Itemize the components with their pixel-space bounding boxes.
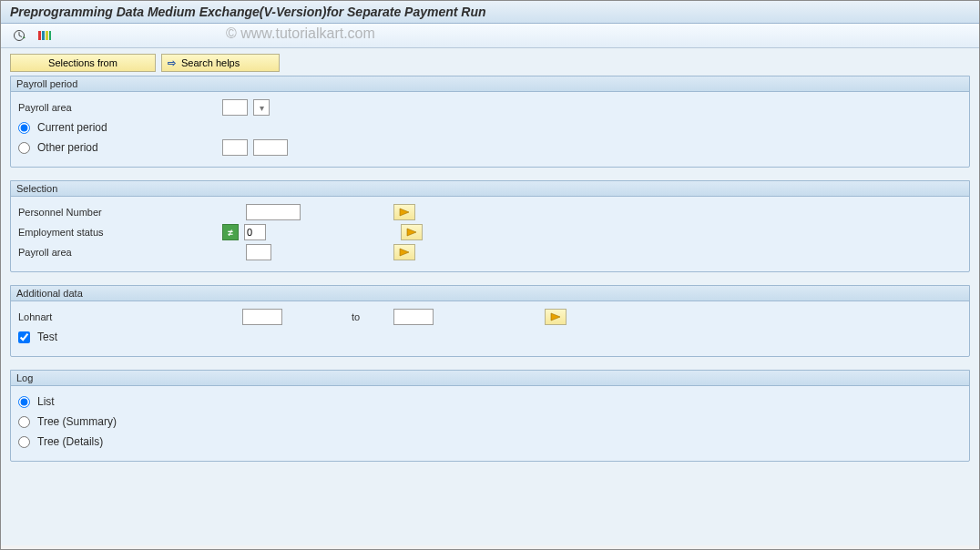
selections-from-label: Selections from	[48, 57, 117, 68]
svg-marker-10	[400, 249, 409, 256]
page-title: Preprogramming Data Medium Exchange(V-Ve…	[10, 5, 486, 19]
label-test: Test	[37, 331, 57, 343]
lohnart-from-input[interactable]	[242, 309, 282, 325]
execute-icon[interactable]	[10, 27, 28, 44]
label-current-period: Current period	[37, 121, 107, 134]
content-area: Selections from ⇨ Search helps Payroll p…	[1, 48, 979, 545]
payroll-area-input[interactable]	[222, 99, 248, 116]
multiple-selection-empstatus-icon[interactable]	[401, 224, 423, 240]
radio-list-wrap[interactable]: List	[18, 395, 55, 408]
employment-status-input[interactable]	[244, 224, 266, 240]
group-header-additional: Additional data	[11, 286, 969, 301]
other-period-input-1[interactable]	[222, 139, 248, 156]
search-helps-button[interactable]: ⇨ Search helps	[161, 54, 280, 72]
svg-marker-9	[407, 229, 416, 236]
group-header-selection: Selection	[11, 181, 969, 197]
label-payroll-area: Payroll area	[18, 102, 217, 113]
checkbox-test[interactable]	[18, 331, 30, 343]
label-to: to	[352, 311, 388, 322]
label-tree-details: Tree (Details)	[37, 435, 103, 448]
label-tree-summary: Tree (Summary)	[37, 415, 117, 428]
svg-marker-8	[400, 209, 409, 216]
group-header-log: Log	[11, 371, 969, 386]
title-bar: Preprogramming Data Medium Exchange(V-Ve…	[1, 1, 979, 24]
radio-tree-summary-wrap[interactable]: Tree (Summary)	[18, 415, 117, 428]
label-list: List	[37, 395, 55, 408]
svg-rect-4	[38, 31, 41, 40]
radio-current-period[interactable]	[18, 122, 30, 134]
multiple-selection-payrollarea-icon[interactable]	[393, 244, 415, 260]
svg-rect-7	[49, 31, 51, 40]
not-equal-icon[interactable]: ≠	[222, 224, 239, 240]
svg-marker-11	[551, 313, 560, 321]
radio-current-period-wrap[interactable]: Current period	[18, 121, 107, 134]
selections-from-button[interactable]: Selections from	[10, 54, 156, 72]
other-period-input-2[interactable]	[253, 139, 288, 156]
label-lohnart: Lohnart	[18, 311, 237, 322]
lohnart-to-input[interactable]	[393, 309, 434, 325]
radio-list[interactable]	[18, 396, 30, 408]
radio-tree-details[interactable]	[18, 436, 30, 448]
label-personnel-number: Personnel Number	[18, 207, 217, 218]
group-additional-data: Additional data Lohnart to Test	[10, 285, 970, 357]
label-payroll-area-2: Payroll area	[18, 247, 217, 258]
payroll-area-input-2[interactable]	[246, 244, 271, 260]
multiple-selection-personnel-icon[interactable]	[393, 204, 415, 220]
application-toolbar	[1, 24, 979, 48]
group-header-payroll-period: Payroll period	[11, 76, 969, 92]
radio-tree-summary[interactable]	[18, 416, 30, 428]
personnel-number-input[interactable]	[246, 204, 301, 220]
group-log: Log List Tree (Summary) Tree (Details)	[10, 370, 970, 462]
svg-rect-6	[46, 31, 48, 40]
search-helps-label: Search helps	[181, 57, 240, 68]
checkbox-test-wrap[interactable]: Test	[18, 331, 57, 343]
selection-options-icon[interactable]	[36, 27, 54, 44]
svg-rect-5	[42, 31, 45, 40]
group-selection: Selection Personnel Number Employment st…	[10, 180, 970, 272]
matchcode-icon[interactable]: ▾	[253, 99, 270, 116]
arrow-right-icon: ⇨	[168, 57, 176, 69]
multiple-selection-lohnart-icon[interactable]	[545, 309, 567, 325]
label-other-period: Other period	[37, 141, 98, 154]
radio-other-period[interactable]	[18, 142, 30, 154]
group-payroll-period: Payroll period Payroll area ▾ Current pe…	[10, 76, 970, 168]
svg-line-2	[19, 36, 22, 37]
label-employment-status: Employment status	[18, 227, 217, 238]
radio-tree-details-wrap[interactable]: Tree (Details)	[18, 435, 103, 448]
radio-other-period-wrap[interactable]: Other period	[18, 141, 98, 154]
button-row: Selections from ⇨ Search helps	[10, 54, 970, 72]
